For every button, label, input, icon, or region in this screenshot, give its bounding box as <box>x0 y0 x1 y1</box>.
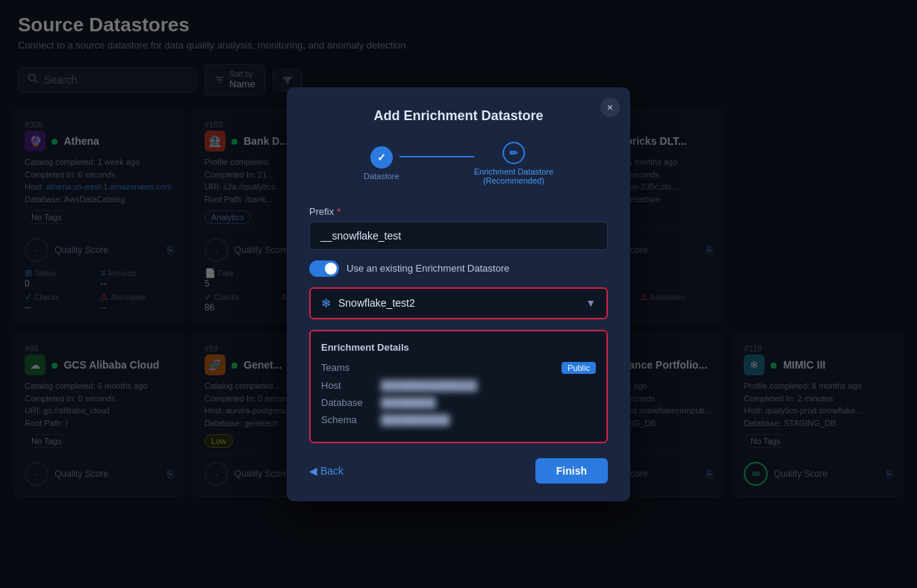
detail-host-key: Host <box>321 380 381 391</box>
detail-row-schema: Schema ██████████ <box>321 414 596 425</box>
stepper: ✓ Datastore ✏ Enrichment Datastore(Recom… <box>309 142 608 185</box>
step-1-label: Datastore <box>364 172 400 181</box>
detail-teams-key: Teams <box>321 362 381 373</box>
modal-overlay: × Add Enrichment Datastore ✓ Datastore ✏… <box>0 0 917 588</box>
modal-close-button[interactable]: × <box>600 98 620 117</box>
step-1: ✓ Datastore <box>364 146 400 181</box>
detail-row-database: Database ████████ <box>321 397 596 408</box>
finish-button[interactable]: Finish <box>535 458 608 484</box>
step-2-circle: ✏ <box>503 142 525 164</box>
step-line <box>400 156 474 157</box>
detail-row-teams: Teams Public <box>321 362 596 374</box>
enrichment-details-title: Enrichment Details <box>321 342 596 353</box>
required-indicator: * <box>337 206 341 217</box>
detail-database-key: Database <box>321 397 381 408</box>
step-2-label: Enrichment Datastore(Recommended) <box>474 167 553 185</box>
enrichment-toggle[interactable] <box>309 260 339 277</box>
detail-host-val: ██████████████ <box>381 380 596 391</box>
snowflake-icon: ❄ <box>321 296 331 310</box>
public-badge: Public <box>562 362 596 374</box>
modal-title: Add Enrichment Datastore <box>309 108 608 124</box>
modal-footer: ◀ Back Finish <box>309 458 608 484</box>
detail-schema-val: ██████████ <box>381 414 596 425</box>
detail-schema-key: Schema <box>321 414 381 425</box>
dropdown-arrow-icon: ▼ <box>585 297 596 309</box>
back-button[interactable]: ◀ Back <box>309 465 344 477</box>
step-2: ✏ Enrichment Datastore(Recommended) <box>474 142 553 185</box>
toggle-knob <box>325 263 337 275</box>
enrichment-dropdown[interactable]: ❄ Snowflake_test2 ▼ <box>309 287 608 319</box>
detail-database-val: ████████ <box>381 397 596 408</box>
enrichment-details-panel: Enrichment Details Teams Public Host ███… <box>309 330 608 443</box>
detail-row-host: Host ██████████████ <box>321 380 596 391</box>
prefix-label: Prefix * <box>309 206 608 217</box>
dropdown-selected-value: Snowflake_test2 <box>338 297 415 309</box>
prefix-input[interactable] <box>309 222 608 250</box>
toggle-row: Use an existing Enrichment Datastore <box>309 260 608 277</box>
modal-add-enrichment: × Add Enrichment Datastore ✓ Datastore ✏… <box>287 87 630 501</box>
toggle-label: Use an existing Enrichment Datastore <box>346 263 509 274</box>
step-1-circle: ✓ <box>370 146 393 169</box>
back-arrow-icon: ◀ <box>309 465 317 477</box>
